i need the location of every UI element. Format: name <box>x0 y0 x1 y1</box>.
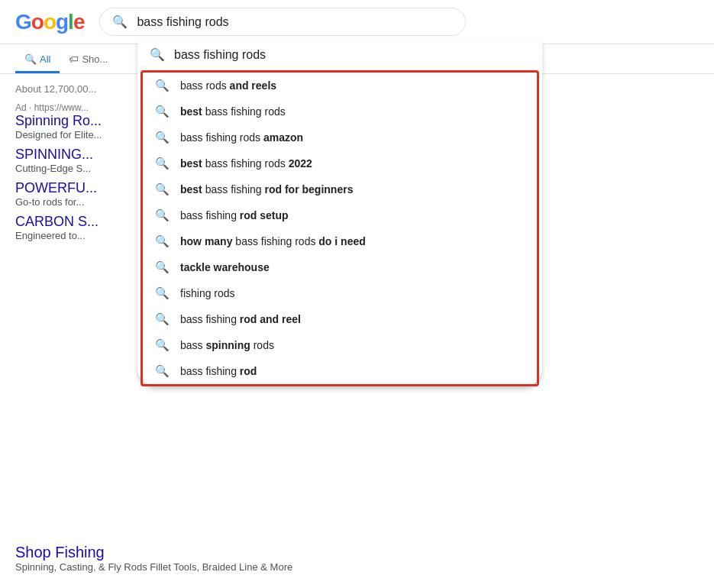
suggestion-text-10: bass fishing rod and reel <box>180 313 301 325</box>
suggestion-icon-1: 🔍 <box>155 79 170 92</box>
all-tab-icon: 🔍 <box>24 53 37 65</box>
suggestion-4[interactable]: 🔍 best bass fishing rods 2022 <box>143 150 537 176</box>
suggestion-text-9: fishing rods <box>180 287 235 299</box>
shop-fishing-section: Shop Fishing Spinning, Casting, & Fly Ro… <box>15 544 292 573</box>
suggestion-9[interactable]: 🔍 fishing rods <box>143 280 537 306</box>
suggestion-text-11: bass spinning rods <box>180 339 274 351</box>
search-icon-bg: 🔍 <box>112 15 128 29</box>
suggestion-text-7: how many bass fishing rods do i need <box>180 235 366 247</box>
suggestion-icon-7: 🔍 <box>155 234 170 248</box>
tab-shopping[interactable]: 🏷 Sho... <box>60 47 117 73</box>
suggestion-11[interactable]: 🔍 bass spinning rods <box>143 332 537 358</box>
suggestion-3[interactable]: 🔍 bass fishing rods amazon <box>143 124 537 150</box>
suggestion-text-6: bass fishing rod setup <box>180 209 289 221</box>
suggestions-highlighted-area: 🔍 bass rods and reels 🔍 best bass fishin… <box>141 70 539 386</box>
suggestion-12[interactable]: 🔍 bass fishing rod <box>143 358 537 384</box>
suggestion-icon-3: 🔍 <box>155 131 170 144</box>
logo-e: e <box>73 10 85 34</box>
logo-l: l <box>68 10 73 34</box>
suggestion-icon-11: 🔍 <box>155 338 170 352</box>
logo-o2: o <box>44 10 56 34</box>
logo-o1: o <box>31 10 44 34</box>
suggestion-icon-12: 🔍 <box>155 364 170 378</box>
shopping-tab-label: Sho... <box>82 53 108 65</box>
shopping-tab-icon: 🏷 <box>69 53 79 65</box>
logo-g2: g <box>56 10 68 34</box>
autocomplete-dropdown: 🔍 bass fishing rods 🔍 bass rods and reel… <box>137 40 542 386</box>
suggestion-icon-4: 🔍 <box>155 157 170 170</box>
suggestion-10[interactable]: 🔍 bass fishing rod and reel <box>143 306 537 332</box>
suggestion-icon-9: 🔍 <box>155 286 170 300</box>
suggestion-5[interactable]: 🔍 best bass fishing rod for beginners <box>143 176 537 202</box>
suggestion-icon-10: 🔍 <box>155 312 170 326</box>
search-input-background[interactable] <box>137 15 453 29</box>
suggestion-icon-6: 🔍 <box>155 208 170 222</box>
logo-g: G <box>15 10 31 34</box>
suggestion-text-8: tackle warehouse <box>180 261 270 273</box>
autocomplete-input-row[interactable]: 🔍 bass fishing rods <box>137 40 542 70</box>
suggestion-1[interactable]: 🔍 bass rods and reels <box>143 73 537 99</box>
suggestion-text-5: best bass fishing rod for beginners <box>180 183 353 195</box>
all-tab-label: All <box>40 53 50 65</box>
suggestion-7[interactable]: 🔍 how many bass fishing rods do i need <box>143 228 537 254</box>
shop-fishing-title[interactable]: Shop Fishing <box>15 544 292 561</box>
suggestion-text-12: bass fishing rod <box>180 365 257 377</box>
suggestion-text-2: best bass fishing rods <box>180 105 286 118</box>
suggestion-text-1: bass rods and reels <box>180 79 276 92</box>
suggestion-text-3: bass fishing rods amazon <box>180 131 303 144</box>
autocomplete-query-text: bass fishing rods <box>174 48 266 62</box>
suggestion-icon-5: 🔍 <box>155 183 170 196</box>
suggestion-2[interactable]: 🔍 best bass fishing rods <box>143 99 537 124</box>
autocomplete-search-icon: 🔍 <box>150 47 165 62</box>
tab-all[interactable]: 🔍 All <box>15 47 60 73</box>
suggestion-icon-2: 🔍 <box>155 105 170 118</box>
google-logo: Google <box>15 10 84 34</box>
search-bar-background: 🔍 <box>99 8 466 36</box>
suggestion-text-4: best bass fishing rods 2022 <box>180 157 312 170</box>
suggestion-8[interactable]: 🔍 tackle warehouse <box>143 254 537 280</box>
suggestion-icon-8: 🔍 <box>155 260 170 274</box>
shop-fishing-desc: Spinning, Casting, & Fly Rods Fillet Too… <box>15 561 292 573</box>
suggestion-6[interactable]: 🔍 bass fishing rod setup <box>143 202 537 228</box>
header: Google 🔍 <box>0 0 714 44</box>
